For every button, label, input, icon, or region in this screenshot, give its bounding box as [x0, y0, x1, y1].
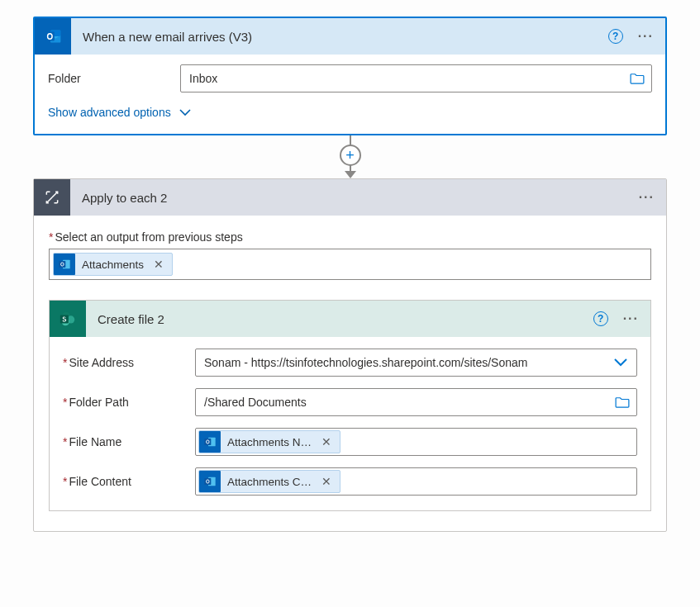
remove-token-icon[interactable]: ✕ [318, 475, 335, 488]
trigger-card: When a new email arrives (V3) ? ··· Fold… [33, 17, 667, 135]
select-output-field[interactable]: Attachments ✕ [49, 249, 651, 280]
show-advanced-link[interactable]: Show advanced options [48, 102, 191, 121]
folder-input[interactable]: Inbox [180, 64, 652, 92]
folder-path-input[interactable]: /Shared Documents [195, 388, 637, 416]
attachments-content-token[interactable]: Attachments C… ✕ [198, 470, 340, 493]
loop-icon [34, 179, 70, 216]
help-icon[interactable]: ? [593, 311, 608, 326]
svg-rect-15 [204, 478, 211, 485]
flow-connector: + [33, 135, 667, 178]
select-output-label: Select an output from previous steps [49, 230, 651, 244]
remove-token-icon[interactable]: ✕ [150, 258, 167, 271]
remove-token-icon[interactable]: ✕ [318, 435, 335, 448]
arrow-down-icon [345, 171, 356, 178]
outlook-icon [199, 431, 221, 453]
file-content-input[interactable]: Attachments C… ✕ [195, 467, 637, 496]
create-file-card: Create file 2 ? ··· Site Address Sonam -… [49, 300, 651, 511]
folder-label: Folder [48, 72, 180, 85]
sharepoint-icon [50, 301, 86, 337]
attachments-token[interactable]: Attachments ✕ [53, 253, 173, 276]
create-file-menu-button[interactable]: ··· [623, 311, 642, 326]
apply-to-each-header[interactable]: Apply to each 2 ··· [34, 179, 666, 216]
outlook-icon [35, 18, 71, 55]
site-address-label: Site Address [63, 356, 195, 369]
apply-to-each-card: Apply to each 2 ··· Select an output fro… [33, 178, 667, 532]
create-file-header[interactable]: Create file 2 ? ··· [50, 301, 650, 337]
folder-path-label: Folder Path [63, 396, 195, 409]
apply-to-each-title: Apply to each 2 [70, 191, 666, 205]
chevron-down-icon [179, 108, 191, 116]
trigger-title: When a new email arrives (V3) [71, 30, 665, 44]
create-file-title: Create file 2 [86, 312, 650, 326]
folder-picker-icon[interactable] [630, 73, 645, 84]
site-address-select[interactable]: Sonam - https://tsinfotechnologies.share… [195, 349, 637, 377]
svg-rect-5 [59, 261, 65, 268]
trigger-header[interactable]: When a new email arrives (V3) ? ··· [35, 18, 665, 55]
file-content-label: File Content [63, 475, 195, 488]
outlook-icon [199, 471, 221, 492]
add-step-button[interactable]: + [340, 145, 361, 166]
outlook-icon [54, 254, 75, 275]
file-name-input[interactable]: Attachments N… ✕ [195, 428, 637, 456]
chevron-down-icon [613, 358, 628, 368]
folder-picker-icon[interactable] [615, 396, 630, 408]
help-icon[interactable]: ? [608, 29, 623, 44]
attachments-name-token[interactable]: Attachments N… ✕ [198, 430, 340, 453]
svg-rect-12 [204, 439, 211, 445]
file-name-label: File Name [63, 435, 195, 448]
apply-to-each-menu-button[interactable]: ··· [639, 190, 658, 205]
trigger-menu-button[interactable]: ··· [638, 29, 657, 44]
